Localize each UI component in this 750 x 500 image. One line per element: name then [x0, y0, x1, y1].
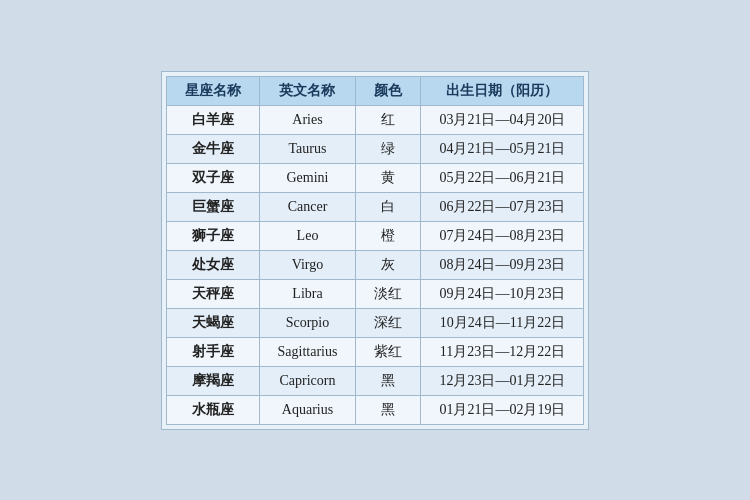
cell-dates: 03月21日—04月20日 [421, 105, 584, 134]
col-header-chinese: 星座名称 [166, 76, 259, 105]
cell-dates: 05月22日—06月21日 [421, 163, 584, 192]
table-row: 水瓶座Aquarius黑01月21日—02月19日 [166, 395, 584, 424]
table-row: 巨蟹座Cancer白06月22日—07月23日 [166, 192, 584, 221]
cell-chinese: 射手座 [166, 337, 259, 366]
cell-chinese: 摩羯座 [166, 366, 259, 395]
table-row: 双子座Gemini黄05月22日—06月21日 [166, 163, 584, 192]
cell-dates: 04月21日—05月21日 [421, 134, 584, 163]
cell-dates: 09月24日—10月23日 [421, 279, 584, 308]
cell-english: Libra [259, 279, 356, 308]
cell-dates: 07月24日—08月23日 [421, 221, 584, 250]
zodiac-table: 星座名称 英文名称 颜色 出生日期（阳历） 白羊座Aries红03月21日—04… [166, 76, 585, 425]
table-row: 处女座Virgo灰08月24日—09月23日 [166, 250, 584, 279]
cell-color: 红 [356, 105, 421, 134]
cell-color: 紫红 [356, 337, 421, 366]
table-row: 狮子座Leo橙07月24日—08月23日 [166, 221, 584, 250]
cell-chinese: 天秤座 [166, 279, 259, 308]
cell-english: Aquarius [259, 395, 356, 424]
table-row: 天蝎座Scorpio深红10月24日—11月22日 [166, 308, 584, 337]
cell-english: Leo [259, 221, 356, 250]
cell-english: Sagittarius [259, 337, 356, 366]
table-row: 白羊座Aries红03月21日—04月20日 [166, 105, 584, 134]
cell-chinese: 巨蟹座 [166, 192, 259, 221]
cell-color: 绿 [356, 134, 421, 163]
table-header-row: 星座名称 英文名称 颜色 出生日期（阳历） [166, 76, 584, 105]
cell-chinese: 双子座 [166, 163, 259, 192]
table-row: 射手座Sagittarius紫红11月23日—12月22日 [166, 337, 584, 366]
cell-color: 黄 [356, 163, 421, 192]
cell-dates: 11月23日—12月22日 [421, 337, 584, 366]
cell-color: 黑 [356, 366, 421, 395]
cell-english: Taurus [259, 134, 356, 163]
table-row: 金牛座Taurus绿04月21日—05月21日 [166, 134, 584, 163]
cell-chinese: 水瓶座 [166, 395, 259, 424]
cell-dates: 01月21日—02月19日 [421, 395, 584, 424]
cell-dates: 08月24日—09月23日 [421, 250, 584, 279]
col-header-dates: 出生日期（阳历） [421, 76, 584, 105]
cell-color: 淡红 [356, 279, 421, 308]
cell-chinese: 白羊座 [166, 105, 259, 134]
cell-english: Scorpio [259, 308, 356, 337]
col-header-color: 颜色 [356, 76, 421, 105]
table-row: 天秤座Libra淡红09月24日—10月23日 [166, 279, 584, 308]
cell-color: 白 [356, 192, 421, 221]
cell-color: 黑 [356, 395, 421, 424]
cell-dates: 06月22日—07月23日 [421, 192, 584, 221]
cell-english: Cancer [259, 192, 356, 221]
cell-english: Aries [259, 105, 356, 134]
cell-english: Virgo [259, 250, 356, 279]
cell-chinese: 狮子座 [166, 221, 259, 250]
cell-dates: 12月23日—01月22日 [421, 366, 584, 395]
cell-chinese: 金牛座 [166, 134, 259, 163]
table-row: 摩羯座Capricorn黑12月23日—01月22日 [166, 366, 584, 395]
cell-chinese: 处女座 [166, 250, 259, 279]
cell-color: 深红 [356, 308, 421, 337]
cell-english: Capricorn [259, 366, 356, 395]
cell-color: 橙 [356, 221, 421, 250]
cell-chinese: 天蝎座 [166, 308, 259, 337]
zodiac-table-wrapper: 星座名称 英文名称 颜色 出生日期（阳历） 白羊座Aries红03月21日—04… [161, 71, 590, 430]
cell-dates: 10月24日—11月22日 [421, 308, 584, 337]
cell-english: Gemini [259, 163, 356, 192]
col-header-english: 英文名称 [259, 76, 356, 105]
cell-color: 灰 [356, 250, 421, 279]
